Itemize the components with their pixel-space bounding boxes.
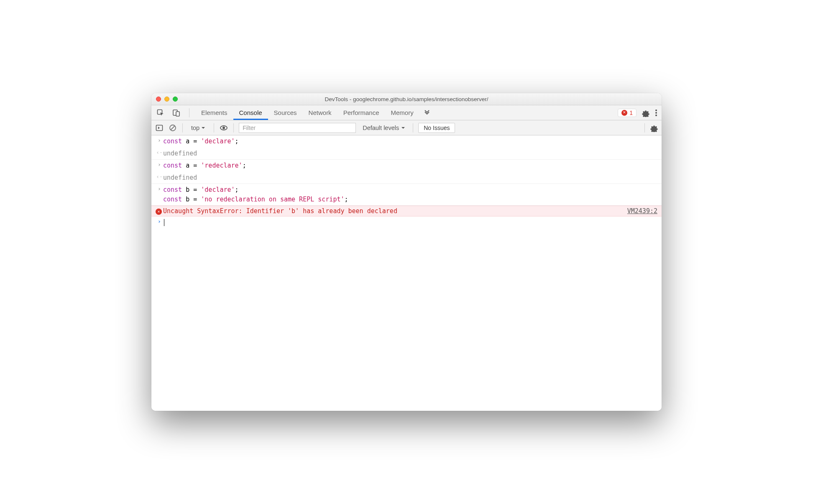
window-title: DevTools - googlechrome.github.io/sample… bbox=[151, 96, 662, 102]
divider bbox=[413, 123, 413, 132]
console-prompt[interactable] bbox=[163, 218, 657, 227]
tab-network[interactable]: Network bbox=[303, 105, 337, 120]
svg-rect-2 bbox=[176, 112, 179, 116]
console-error-row: Uncaught SyntaxError: Identifier 'b' has… bbox=[151, 206, 662, 216]
tabstrip-right: 1 bbox=[618, 105, 662, 120]
log-levels-selector[interactable]: Default levels bbox=[360, 125, 408, 131]
svg-line-8 bbox=[171, 126, 175, 130]
divider bbox=[233, 123, 234, 132]
prompt-marker-icon: › bbox=[156, 218, 163, 224]
tabstrip-left bbox=[151, 105, 195, 120]
output-marker-icon: ‹· bbox=[156, 173, 163, 180]
console-result: undefined bbox=[163, 173, 657, 183]
input-marker-icon: › bbox=[156, 186, 163, 192]
chevron-down-icon bbox=[201, 126, 205, 130]
input-marker-icon: › bbox=[156, 161, 163, 168]
minimize-window-button[interactable] bbox=[164, 97, 169, 102]
tab-memory[interactable]: Memory bbox=[385, 105, 419, 120]
error-count: 1 bbox=[629, 109, 633, 116]
console-prompt-row[interactable]: › bbox=[151, 216, 662, 229]
titlebar: DevTools - googlechrome.github.io/sample… bbox=[151, 93, 662, 105]
inspect-element-icon[interactable] bbox=[156, 108, 166, 118]
filter-input[interactable] bbox=[239, 123, 356, 133]
tab-elements[interactable]: Elements bbox=[195, 105, 233, 120]
close-window-button[interactable] bbox=[156, 97, 161, 102]
devtools-window: DevTools - googlechrome.github.io/sample… bbox=[151, 93, 662, 411]
output-marker-icon: ‹· bbox=[156, 149, 163, 155]
traffic-lights bbox=[156, 97, 178, 102]
divider bbox=[182, 123, 183, 132]
console-input-row: › const a = 'declare'; bbox=[151, 135, 662, 148]
console-settings-icon[interactable] bbox=[650, 124, 658, 132]
devtools-tabstrip: Elements Console Sources Network Perform… bbox=[151, 105, 662, 120]
divider bbox=[644, 123, 645, 132]
error-source-link[interactable]: VM2439:2 bbox=[627, 207, 657, 215]
svg-point-5 bbox=[655, 115, 657, 116]
console-toolbar: top Default levels No Issues bbox=[151, 120, 662, 135]
error-icon bbox=[621, 110, 627, 116]
console-output[interactable]: › const a = 'declare'; ‹· undefined › co… bbox=[151, 135, 662, 411]
kebab-menu-icon[interactable] bbox=[655, 109, 657, 117]
console-input-row: › const b = 'declare'; const b = 'no red… bbox=[151, 184, 662, 206]
tab-sources[interactable]: Sources bbox=[268, 105, 303, 120]
error-message: Uncaught SyntaxError: Identifier 'b' has… bbox=[163, 207, 627, 215]
levels-label: Default levels bbox=[363, 125, 399, 131]
console-output-row: ‹· undefined bbox=[151, 148, 662, 160]
settings-icon[interactable] bbox=[642, 109, 650, 117]
console-code: const b = 'declare'; const b = 'no redec… bbox=[163, 185, 657, 204]
text-cursor bbox=[164, 219, 164, 226]
console-result: undefined bbox=[163, 149, 657, 158]
svg-point-4 bbox=[655, 112, 657, 114]
divider bbox=[214, 123, 214, 132]
console-input-row: › const a = 'redeclare'; bbox=[151, 160, 662, 172]
console-output-row: ‹· undefined bbox=[151, 172, 662, 184]
chevron-down-icon bbox=[401, 126, 405, 130]
clear-console-icon[interactable] bbox=[168, 123, 177, 132]
live-expression-icon[interactable] bbox=[219, 123, 228, 132]
context-selector[interactable]: top bbox=[188, 125, 209, 131]
divider bbox=[189, 108, 189, 117]
tab-console[interactable]: Console bbox=[233, 105, 268, 120]
zoom-window-button[interactable] bbox=[173, 97, 178, 102]
svg-point-3 bbox=[655, 109, 657, 111]
device-toggle-icon[interactable] bbox=[171, 108, 182, 118]
input-marker-icon: › bbox=[156, 137, 163, 143]
svg-point-10 bbox=[222, 127, 225, 129]
console-code: const a = 'redeclare'; bbox=[163, 161, 657, 171]
error-count-pill[interactable]: 1 bbox=[618, 109, 637, 117]
console-code: const a = 'declare'; bbox=[163, 137, 657, 146]
context-label: top bbox=[191, 125, 199, 131]
tab-performance[interactable]: Performance bbox=[337, 105, 385, 120]
no-issues-button[interactable]: No Issues bbox=[418, 123, 455, 133]
error-icon bbox=[156, 209, 162, 215]
more-tabs-icon[interactable] bbox=[419, 109, 435, 116]
console-sidebar-toggle-icon[interactable] bbox=[155, 123, 164, 132]
